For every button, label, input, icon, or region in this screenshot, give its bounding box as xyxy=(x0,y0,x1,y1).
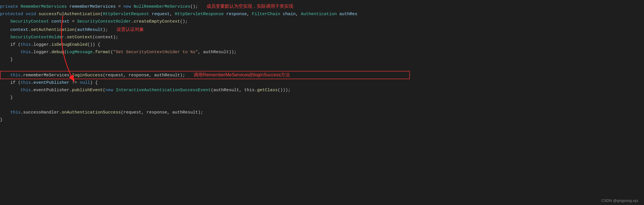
keyword-private: private xyxy=(0,3,21,10)
close-iase: ())); xyxy=(278,87,290,94)
dot-logger: .logger. xyxy=(31,41,51,48)
dot-ep: . xyxy=(31,79,33,86)
this-3: this xyxy=(10,72,21,79)
indent-3 xyxy=(0,18,10,25)
code-line-7: this.logger.debug(LogMessage.format("Set… xyxy=(0,49,644,56)
code-line-1: private RememberMeServices rememberMeSer… xyxy=(0,2,644,11)
keyword-new-1: new xyxy=(123,3,134,10)
paren-pub: ( xyxy=(103,87,105,94)
var-authresult-1: authResult xyxy=(77,27,103,33)
keyword-void: void xyxy=(26,11,39,18)
comma-2: , xyxy=(247,11,252,18)
method-getclass: getClass xyxy=(257,87,278,94)
indent-12 xyxy=(0,87,21,94)
indent-11 xyxy=(0,79,10,86)
this-1: this xyxy=(21,41,31,48)
indent-7 xyxy=(0,49,21,56)
method-isdebugenabled: isDebugEnabled xyxy=(51,41,87,48)
var-context-2: context xyxy=(10,27,28,33)
dot-sh: .successHandler. xyxy=(21,109,62,116)
code-line-14 xyxy=(0,101,644,109)
annotation-member-var: 成员变量默认为空实现，实际调用子类实现 xyxy=(206,3,293,10)
code-line-13: } xyxy=(0,94,644,101)
dot-2: . xyxy=(28,27,31,33)
comma-3: , xyxy=(296,11,301,18)
brace-close-1: } xyxy=(10,56,13,63)
annotation-loginsuccess: 调用RememberMeServices的loginSuccess方法 xyxy=(194,71,290,79)
operator-assign-2: = xyxy=(69,18,77,25)
neq: != xyxy=(69,79,80,86)
call-close-1: (); xyxy=(180,18,188,25)
code-line-3: SecurityContext context = SecurityContex… xyxy=(0,18,644,25)
this-6: this xyxy=(10,109,21,116)
keyword-protected: protected xyxy=(0,11,26,18)
dot-4: . xyxy=(93,49,95,56)
call-loginsuccess: (request, response, authResult); xyxy=(103,72,185,79)
param-chain: chain xyxy=(283,11,296,18)
comma-1: , xyxy=(170,11,175,18)
space-1: ( xyxy=(15,41,21,48)
code-line-5: SecurityContextHolder.setContext(context… xyxy=(0,34,644,41)
type-remembermeservices: RememberMeServices xyxy=(21,3,69,10)
type-logmessage: LogMessage xyxy=(67,49,93,56)
method-successfulauth: successfulAuthentication xyxy=(39,11,100,18)
kw-if-2: if xyxy=(10,79,15,86)
format-args: , authResult)); xyxy=(198,49,236,56)
brace-close-final: } xyxy=(0,117,3,124)
call-setcontext: (context); xyxy=(93,34,118,41)
code-line-6: if (this.logger.isDebugEnabled()) { xyxy=(0,41,644,49)
code-line-15: this.successHandler.onAuthenticationSucc… xyxy=(0,109,644,116)
type-authentication: Authentication xyxy=(301,11,339,18)
type-httpservletrequest: HttpServletRequest xyxy=(103,11,152,18)
semicolon-1: (); xyxy=(190,3,198,10)
code-line-10: this.rememberMeServices.loginSuccess(req… xyxy=(0,71,644,79)
code-line-4: context.setAuthentication(authResult);设置… xyxy=(0,25,644,34)
watermark: CSDN @qingsong.xyz xyxy=(601,198,638,203)
method-loginsuccess: loginSuccess xyxy=(72,72,103,79)
this-4: this xyxy=(21,79,31,86)
type-httpservletresponse: HttpServletResponse xyxy=(175,11,226,18)
kw-if-1: if xyxy=(10,41,15,48)
dot-3: . xyxy=(64,34,67,41)
method-debug: debug xyxy=(51,49,64,56)
method-format: format xyxy=(95,49,111,56)
this-5: this xyxy=(21,87,31,94)
method-setauthentication: setAuthentication xyxy=(31,27,75,33)
param-request: request xyxy=(152,11,170,18)
brace-close-2: } xyxy=(10,94,13,101)
type-interactiveauth: InteractiveAuthenticationSuccessEvent xyxy=(116,87,211,94)
type-securitycontextholder-1: SecurityContextHolder xyxy=(77,18,131,25)
type-securitycontextholder-2: SecurityContextHolder xyxy=(10,34,64,41)
dot-1: . xyxy=(131,18,134,25)
indent-13 xyxy=(0,94,10,101)
type-filterchain: FilterChain xyxy=(252,11,283,18)
param-authres: authRes xyxy=(339,11,357,18)
method-onauthsuccess: onAuthenticationSuccess xyxy=(62,109,121,116)
kw-null: null xyxy=(80,79,90,86)
annotation-set-auth: 设置认证对象 xyxy=(117,26,144,33)
paren-debug-2: ( xyxy=(64,49,67,56)
code-line-8: } xyxy=(0,56,644,63)
type-securitycontext: SecurityContext xyxy=(10,18,51,25)
code-line-2: protected void successfulAuthentication(… xyxy=(0,11,644,18)
paren-ep: ( xyxy=(15,79,21,86)
dot-logger-2: .logger. xyxy=(31,49,51,56)
var-eventpublisher: eventPublisher xyxy=(33,79,69,86)
indent-15 xyxy=(0,109,10,116)
param-response: response xyxy=(226,11,247,18)
type-nullremembermeservices: NullRememberMeServices xyxy=(134,3,190,10)
indent-5 xyxy=(0,34,10,41)
paren-open-1: ( xyxy=(100,11,103,18)
code-block: private RememberMeServices rememberMeSer… xyxy=(0,0,644,126)
code-line-11: if (this.eventPublisher != null) { xyxy=(0,79,644,87)
call-oas: (request, response, authResult); xyxy=(121,109,203,116)
method-publishevent: publishEvent xyxy=(72,87,103,94)
indent-6 xyxy=(0,41,10,48)
var-context: context xyxy=(51,18,69,25)
method-setcontext: setContext xyxy=(67,34,93,41)
paren-debug: ()) { xyxy=(87,41,100,48)
code-line-12: this.eventPublisher.publishEvent(new Int… xyxy=(0,87,644,94)
paren-2: ( xyxy=(75,27,77,33)
dot-ep-2: .eventPublisher. xyxy=(31,87,72,94)
var-remembermeservices: rememberMeServices xyxy=(69,3,116,10)
